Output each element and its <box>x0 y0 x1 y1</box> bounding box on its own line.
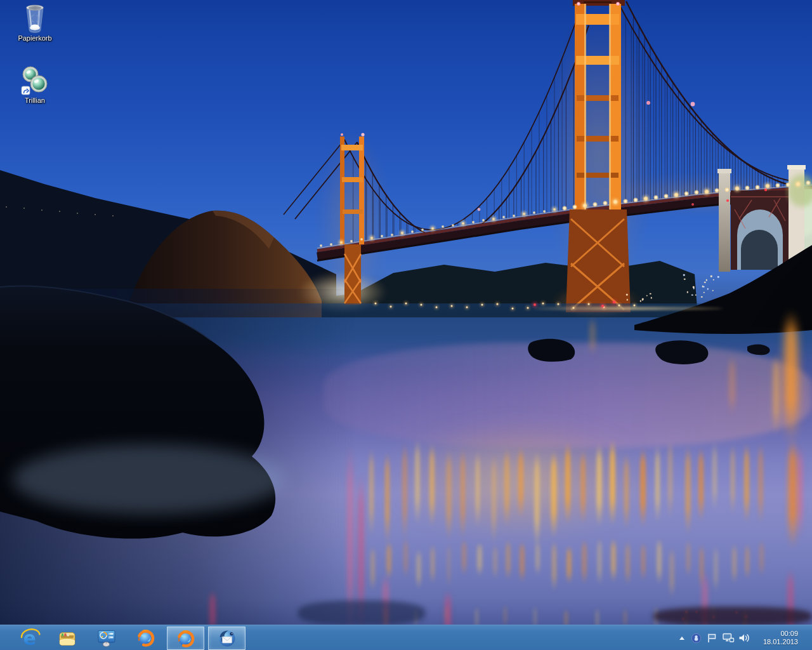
lavender-sheen <box>324 343 812 448</box>
desktop-icon-label: Papierkorb <box>10 34 60 43</box>
sand-shadow <box>298 600 425 626</box>
wallpaper-lights <box>0 0 812 650</box>
wallpaper-golden-gate <box>0 0 812 650</box>
internet-explorer-icon: e <box>20 628 41 648</box>
control-panel-icon <box>96 628 117 648</box>
water-band <box>0 303 812 357</box>
taskbar-firefox-button[interactable] <box>128 625 164 650</box>
trillian-tray-button[interactable] <box>689 625 703 650</box>
show-hidden-icons-button[interactable] <box>676 625 688 650</box>
trillian-tray-icon <box>691 633 702 644</box>
taskbar-thunderbird-window-button[interactable] <box>208 627 246 650</box>
clock-time: 00:09 <box>780 630 798 638</box>
trillian-icon <box>20 65 50 96</box>
action-center-flag-icon <box>706 632 717 644</box>
desktop-icon-label: Trillian <box>10 96 60 105</box>
firefox-icon <box>136 628 156 648</box>
recycle-bin-icon <box>20 3 50 34</box>
foreground-rocks <box>0 0 812 650</box>
taskbar-clock[interactable]: 00:09 18.01.2013 <box>752 625 801 650</box>
action-center-button[interactable] <box>704 625 719 650</box>
water-reflections <box>0 0 812 650</box>
clock-date: 18.01.2013 <box>763 638 798 646</box>
desktop: Papierkorb Trillian <box>0 0 812 650</box>
taskbar-file-explorer-button[interactable] <box>49 625 86 650</box>
bridge-far-tower <box>340 133 365 305</box>
volume-button[interactable] <box>736 625 752 650</box>
taskbar-firefox-window-button[interactable] <box>167 627 204 650</box>
file-explorer-icon <box>57 628 77 648</box>
shortcut-arrow-icon <box>22 86 30 95</box>
fort-point <box>691 165 812 272</box>
desktop-icon-trillian[interactable]: Trillian <box>10 65 60 105</box>
water-mist <box>13 444 285 514</box>
water-shadow <box>0 289 355 650</box>
taskbar-control-panel-button[interactable] <box>88 625 125 650</box>
chevron-up-icon <box>678 635 686 641</box>
desktop-icon-recycle-bin[interactable]: Papierkorb <box>10 3 60 43</box>
firefox-icon <box>176 628 196 649</box>
beach-glow <box>387 419 653 540</box>
volume-icon <box>738 632 750 644</box>
thunderbird-icon <box>217 628 237 649</box>
network-status-icon <box>722 632 735 644</box>
taskbar: e <box>0 625 812 650</box>
pebble-shadow <box>653 607 812 626</box>
bridge-near-tower <box>566 0 631 312</box>
wallpaper-bridge-scene <box>0 0 812 650</box>
taskbar-internet-explorer-button[interactable]: e <box>12 625 49 650</box>
network-button[interactable] <box>721 625 736 650</box>
